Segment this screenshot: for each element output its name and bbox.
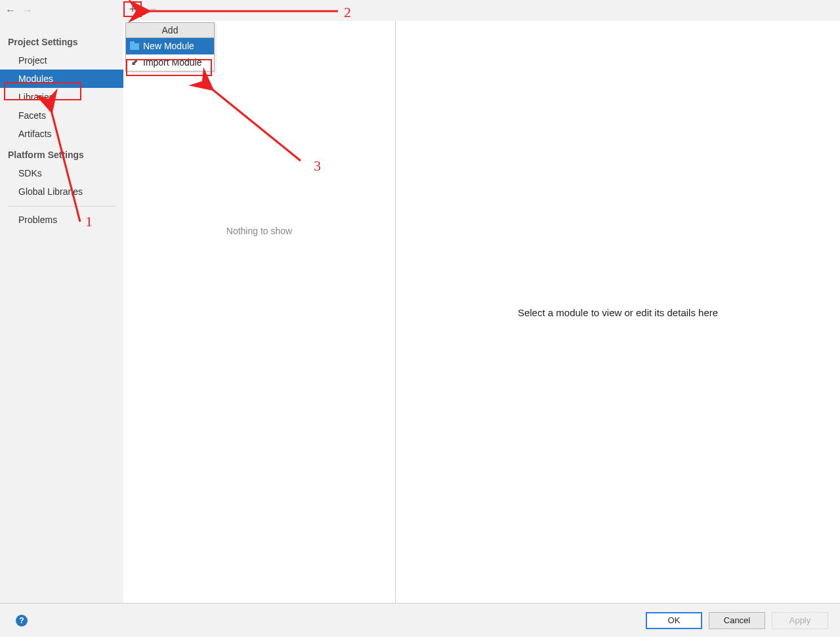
module-detail-panel: Select a module to view or edit its deta… [396, 21, 840, 603]
import-icon: ⬋ [130, 58, 139, 68]
minus-icon: − [150, 3, 157, 16]
back-arrow-icon[interactable]: ← [4, 5, 17, 16]
menu-item-import-module[interactable]: ⬋ Import Module [126, 54, 214, 71]
modules-empty-text: Nothing to show [123, 226, 395, 236]
sidebar-item-global-libraries[interactable]: Global Libraries [0, 182, 123, 201]
help-icon: ? [16, 615, 28, 627]
sidebar-item-facets[interactable]: Facets [0, 106, 123, 125]
menu-item-import-module-label: Import Module [143, 56, 201, 69]
sidebar-separator [8, 206, 116, 207]
sidebar: Project Settings Project Modules Librari… [0, 21, 123, 603]
folder-icon [130, 42, 139, 51]
dialog-button-bar: ? OK Cancel Apply [0, 603, 840, 637]
module-detail-placeholder: Select a module to view or edit its deta… [518, 306, 718, 318]
modules-list-panel: + − Add New Module ⬋ Import Module Nothi… [123, 21, 396, 603]
plus-icon: + [129, 3, 136, 16]
help-button[interactable]: ? [16, 615, 28, 627]
add-dropdown-menu: Add New Module ⬋ Import Module [125, 22, 215, 72]
sidebar-item-libraries[interactable]: Libraries [0, 88, 123, 106]
sidebar-item-modules[interactable]: Modules [0, 70, 123, 88]
sidebar-item-artifacts[interactable]: Artifacts [0, 125, 123, 143]
menu-item-new-module[interactable]: New Module [126, 38, 214, 54]
menu-item-new-module-label: New Module [143, 40, 194, 52]
ok-button[interactable]: OK [646, 612, 702, 629]
add-dropdown-header: Add [126, 23, 214, 38]
add-module-button[interactable]: + [123, 1, 142, 17]
sidebar-item-problems[interactable]: Problems [0, 211, 123, 229]
project-settings-header: Project Settings [0, 34, 123, 51]
platform-settings-header: Platform Settings [0, 147, 123, 164]
cancel-button[interactable]: Cancel [709, 612, 765, 629]
forward-arrow-icon: → [21, 5, 34, 16]
remove-module-button: − [146, 3, 160, 16]
apply-button: Apply [772, 612, 828, 629]
sidebar-item-sdks[interactable]: SDKs [0, 164, 123, 182]
sidebar-item-project[interactable]: Project [0, 51, 123, 70]
main-area: Project Settings Project Modules Librari… [0, 21, 840, 603]
